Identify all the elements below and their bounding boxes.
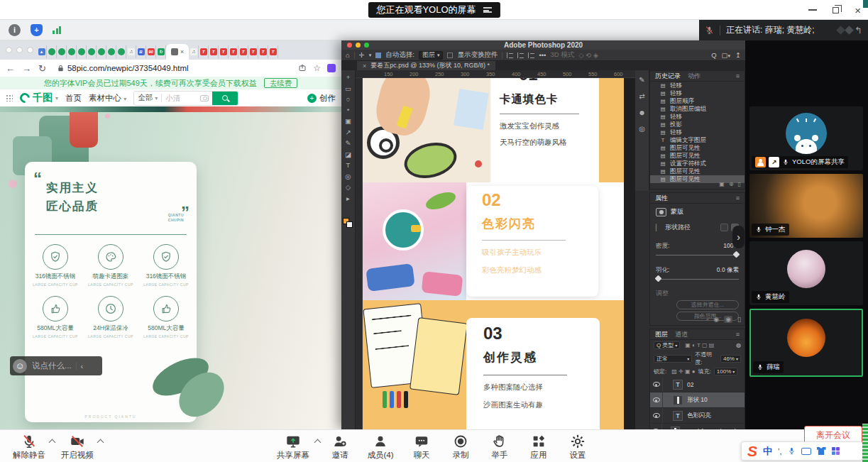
browser-tab[interactable]: ∴ (189, 45, 199, 58)
browser-tab[interactable]: T (238, 45, 248, 58)
chat-button[interactable]: 聊天 (401, 434, 442, 461)
clone-stamp-tool-icon[interactable]: ◪ (345, 151, 351, 158)
enable-mask-icon[interactable]: ◉ (724, 316, 732, 323)
pen-tool-icon[interactable]: ◇ (346, 184, 351, 191)
panel-menu-icon[interactable] (736, 72, 740, 79)
browser-tab[interactable] (57, 45, 67, 58)
share-icon[interactable]: ↥ (735, 51, 741, 59)
record-button[interactable]: 录制 (440, 434, 481, 461)
browser-tab[interactable]: T (209, 45, 219, 58)
layer-visibility-icon[interactable] (650, 408, 663, 423)
marquee-tool-icon[interactable]: ▭ (345, 85, 351, 92)
collapse-chat-icon[interactable] (81, 362, 84, 370)
load-selection-icon[interactable]: ▫ (706, 316, 708, 323)
history-step[interactable]: ▤ 图层可见性 (650, 167, 745, 175)
browser-tab[interactable] (77, 45, 87, 58)
renew-button[interactable]: 去续费 (264, 78, 298, 88)
unmute-button[interactable]: 解除静音 (9, 434, 50, 461)
participant-tile-xuerui[interactable]: 薛瑞 (749, 309, 863, 377)
type-tool-icon[interactable]: T (346, 162, 351, 169)
browser-tab[interactable]: T (258, 45, 268, 58)
browser-tab[interactable]: T (219, 45, 229, 58)
layer-filter-dropdown[interactable]: Q类型▾ (654, 341, 680, 349)
search-icon[interactable]: Q (711, 51, 716, 59)
browser-traffic-lights[interactable] (6, 47, 33, 53)
history-step[interactable]: ▤ 轻移 (650, 82, 745, 89)
history-step[interactable]: ▤ 投影 (650, 121, 745, 128)
history-step[interactable]: ▤ 取消图层编组 (650, 105, 745, 113)
qiantu-logo[interactable]: 千图 ▾ (20, 92, 58, 104)
raise-hand-button[interactable]: 举手 (479, 434, 520, 461)
browser-tab[interactable]: ▲ (37, 45, 47, 58)
mic-options-chevron[interactable] (49, 439, 56, 446)
browser-tab[interactable] (87, 45, 97, 58)
toolbox-icon[interactable] (832, 447, 840, 456)
document-tab[interactable]: × 要卷五pc.psd @ 133% (形状 10, RGB/8) * (357, 61, 495, 70)
tab-history[interactable]: 历史记录 (655, 72, 681, 81)
reload-icon[interactable]: ↻ (38, 64, 46, 73)
emoji-icon[interactable] (13, 359, 27, 373)
gradient-tool-icon[interactable]: ◎ (345, 173, 351, 180)
feather-value[interactable]: 0.0 像素 (717, 266, 739, 275)
path-select-tool-icon[interactable]: ▸ (346, 195, 350, 202)
home-icon[interactable]: ⌂ (346, 51, 350, 59)
fill-dropdown[interactable]: 100%▾ (714, 368, 737, 375)
align-right-icon[interactable] (528, 53, 534, 58)
browser-tab[interactable] (106, 45, 116, 58)
delete-state-icon[interactable]: ▯ (738, 181, 741, 187)
close-button[interactable]: × (855, 5, 861, 16)
nav-home[interactable]: 首页 (65, 93, 82, 104)
layer-visibility-icon[interactable] (650, 392, 663, 407)
share-screen-button[interactable]: 共享屏幕 (273, 434, 314, 461)
photoshop-traffic-lights[interactable] (347, 43, 369, 48)
auto-select-dropdown[interactable]: 图层▾ (419, 51, 444, 60)
annotation-icon[interactable] (836, 26, 845, 35)
send-icon[interactable] (298, 64, 307, 72)
history-step[interactable]: ▤ 设置字符样式 (650, 160, 745, 167)
browser-tab[interactable] (166, 44, 189, 60)
swap-panel-icon[interactable]: ⇄ (639, 92, 644, 100)
new-document-from-state-icon[interactable]: ▣ (719, 181, 725, 187)
participant-tile-zhongyijie[interactable]: 钟一杰 (749, 174, 863, 238)
ime-language-toggle[interactable]: 中 (763, 445, 772, 458)
soft-keyboard-icon[interactable] (801, 448, 811, 455)
browser-tab[interactable]: T (268, 45, 278, 58)
move-tool-icon[interactable]: + (346, 74, 351, 81)
browser-tab[interactable]: ∴ (126, 45, 136, 58)
invite-button[interactable]: 邀请 (319, 434, 361, 461)
voice-input-icon[interactable] (788, 446, 796, 456)
filter-toggle-icon[interactable]: ◍ (736, 342, 741, 348)
browser-tab[interactable]: T (199, 45, 209, 58)
tab-channels[interactable]: 通道 (675, 330, 688, 339)
magic-wand-tool-icon[interactable]: * (347, 107, 350, 114)
panel-menu-icon[interactable] (736, 331, 740, 338)
crop-tool-icon[interactable]: ▣ (345, 118, 351, 125)
new-snapshot-icon[interactable]: ⊕ (729, 181, 734, 187)
search-input[interactable] (162, 94, 200, 102)
skin-icon[interactable] (817, 447, 826, 455)
layer-row[interactable]: T 02 (650, 377, 745, 392)
participant-tile-huanghuiling[interactable]: 黄慧岭 (749, 241, 863, 305)
background-color-swatch[interactable] (346, 221, 353, 228)
camera-search-icon[interactable] (200, 95, 209, 101)
feather-slider[interactable] (656, 275, 739, 283)
undo-arrow-icon[interactable]: ↰ (855, 25, 862, 35)
auto-select-checkbox[interactable] (375, 53, 381, 58)
browser-tab[interactable] (47, 45, 57, 58)
character-panel-icon[interactable]: ☻ (638, 109, 646, 116)
libraries-panel-icon[interactable]: ◎ (639, 125, 645, 133)
browser-tab[interactable] (67, 45, 77, 58)
nav-material-center[interactable]: 素材中心 ▾ (89, 93, 126, 104)
layer-row[interactable]: T 色彩闪亮 (650, 408, 745, 424)
layer-visibility-icon[interactable] (650, 377, 663, 392)
eyedropper-tool-icon[interactable]: ↗ (346, 129, 351, 136)
artboard[interactable]: 01 卡通填色卡 激发宝宝创作灵感 天马行空的萌趣风格 02 色彩闪亮 (363, 78, 624, 429)
video-options-chevron[interactable] (97, 439, 104, 446)
browser-tab[interactable]: T (229, 45, 238, 58)
browser-tab[interactable]: B (136, 45, 146, 58)
color-swatches[interactable] (343, 218, 353, 229)
tab-close-icon[interactable] (180, 48, 184, 55)
more-options-icon[interactable]: ••• (539, 51, 546, 59)
browser-tab[interactable] (97, 45, 106, 58)
security-shield-icon[interactable]: + (31, 24, 43, 36)
